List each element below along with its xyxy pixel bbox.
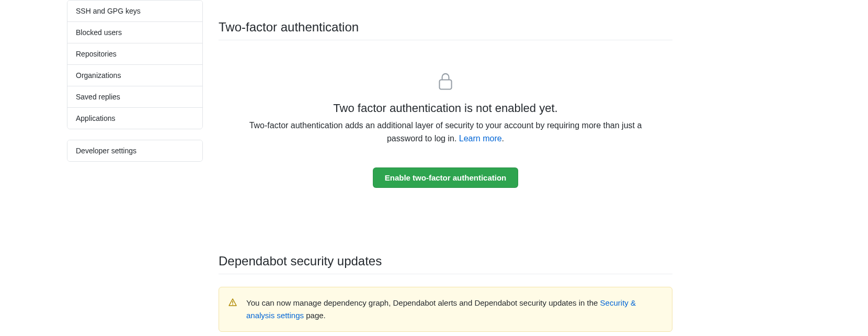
lock-icon — [437, 72, 454, 92]
sidebar-item-label: Saved replies — [76, 93, 120, 101]
sidebar-item-label: Organizations — [76, 71, 121, 80]
sidebar-item-saved-replies[interactable]: Saved replies — [67, 86, 202, 108]
svg-point-2 — [232, 304, 233, 305]
sidebar-item-ssh-gpg-keys[interactable]: SSH and GPG keys — [67, 1, 202, 22]
learn-more-link[interactable]: Learn more — [459, 134, 502, 143]
sidebar-group-main: SSH and GPG keys Blocked users Repositor… — [67, 0, 203, 129]
svg-rect-0 — [439, 80, 451, 89]
two-factor-desc-text: Two-factor authentication adds an additi… — [249, 121, 642, 143]
dependabot-warning-text: You can now manage dependency graph, Dep… — [246, 298, 600, 307]
two-factor-desc-suffix: . — [502, 134, 504, 143]
two-factor-description: Two-factor authentication adds an additi… — [239, 119, 652, 145]
two-factor-title: Two factor authentication is not enabled… — [229, 102, 662, 115]
sidebar-item-blocked-users[interactable]: Blocked users — [67, 22, 202, 43]
dependabot-section: Dependabot security updates You can now … — [219, 254, 672, 332]
dependabot-warning: You can now manage dependency graph, Dep… — [219, 287, 672, 332]
two-factor-section: Two-factor authentication Two factor aut… — [219, 20, 672, 204]
settings-sidebar: SSH and GPG keys Blocked users Repositor… — [67, 0, 203, 172]
sidebar-item-label: SSH and GPG keys — [76, 7, 141, 15]
main-content: Two-factor authentication Two factor aut… — [219, 20, 672, 332]
sidebar-group-developer: Developer settings — [67, 140, 203, 162]
sidebar-item-repositories[interactable]: Repositories — [67, 43, 202, 65]
sidebar-item-organizations[interactable]: Organizations — [67, 65, 202, 86]
sidebar-item-label: Blocked users — [76, 28, 122, 37]
dependabot-heading: Dependabot security updates — [219, 254, 672, 274]
dependabot-warning-suffix: page. — [304, 311, 326, 320]
sidebar-item-label: Repositories — [76, 50, 117, 58]
sidebar-item-applications[interactable]: Applications — [67, 108, 202, 129]
two-factor-blankslate: Two factor authentication is not enabled… — [219, 40, 672, 204]
sidebar-item-label: Developer settings — [76, 147, 136, 155]
sidebar-item-label: Applications — [76, 114, 116, 122]
warning-icon — [229, 298, 237, 310]
two-factor-heading: Two-factor authentication — [219, 20, 672, 40]
enable-two-factor-button[interactable]: Enable two-factor authentication — [373, 167, 519, 188]
sidebar-item-developer-settings[interactable]: Developer settings — [67, 140, 202, 161]
